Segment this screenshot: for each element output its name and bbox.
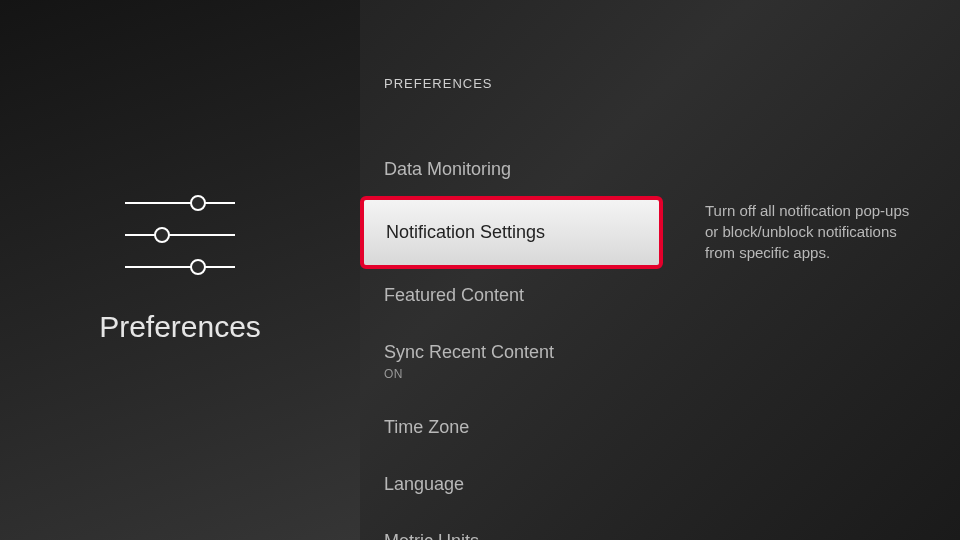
page-title: Preferences [99, 310, 261, 344]
left-panel: Preferences [0, 0, 360, 540]
menu-item-label: Metric Units [384, 531, 641, 540]
menu-item-featured-content[interactable]: Featured Content [360, 267, 665, 324]
preferences-sliders-icon [125, 196, 235, 276]
menu-item-notification-settings[interactable]: Notification Settings [360, 196, 663, 269]
menu-item-label: Sync Recent Content [384, 342, 641, 363]
menu-item-sync-recent-content[interactable]: Sync Recent Content ON [360, 324, 665, 399]
section-header: PREFERENCES [360, 76, 665, 141]
menu-item-label: Language [384, 474, 641, 495]
menu-item-time-zone[interactable]: Time Zone [360, 399, 665, 456]
menu-item-data-monitoring[interactable]: Data Monitoring [360, 141, 665, 198]
menu-item-language[interactable]: Language [360, 456, 665, 513]
menu-item-label: Time Zone [384, 417, 641, 438]
menu-panel: PREFERENCES Data Monitoring Notification… [360, 0, 665, 540]
menu-item-sublabel: ON [384, 367, 641, 381]
item-description: Turn off all notification pop-ups or blo… [705, 200, 925, 263]
menu-item-label: Data Monitoring [384, 159, 641, 180]
menu-item-label: Featured Content [384, 285, 641, 306]
menu-item-metric-units[interactable]: Metric Units [360, 513, 665, 540]
description-panel: Turn off all notification pop-ups or blo… [665, 0, 960, 540]
menu-item-label: Notification Settings [386, 222, 637, 243]
